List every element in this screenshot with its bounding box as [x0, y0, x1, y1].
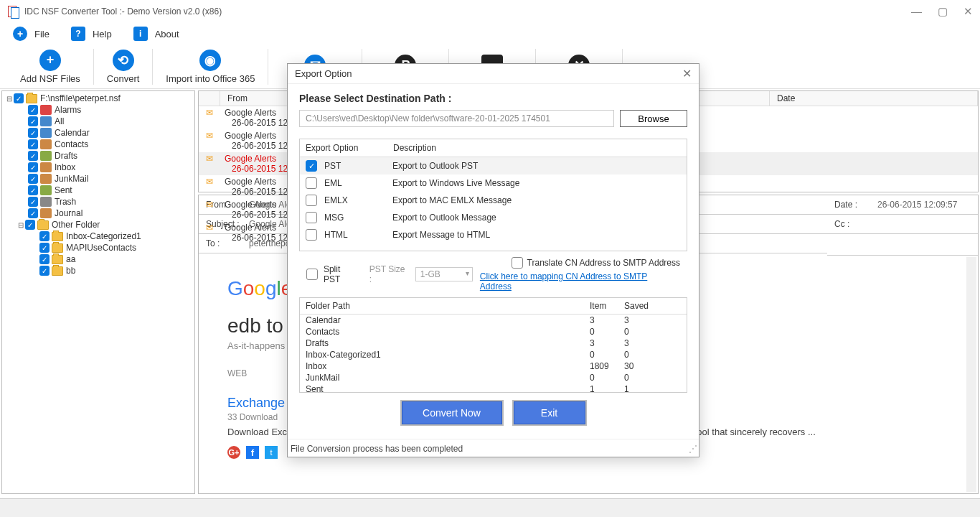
office-icon: ◉: [199, 50, 221, 71]
stats-row: Inbox-Categorized100: [300, 349, 687, 360]
envelope-icon: ✉: [199, 200, 220, 220]
checkbox-icon[interactable]: ✓: [28, 105, 38, 115]
export-option-row[interactable]: EMLExport to Windows Live Message: [300, 174, 687, 192]
browse-button[interactable]: Browse: [620, 110, 687, 127]
checkbox-icon[interactable]: ✓: [28, 185, 38, 195]
option-checkbox[interactable]: ✓: [306, 160, 317, 172]
split-pst-checkbox[interactable]: [306, 269, 318, 280]
checkbox-icon[interactable]: ✓: [25, 220, 35, 230]
plus-icon: +: [13, 27, 27, 41]
folder-icon: [37, 220, 49, 230]
tree-item[interactable]: ✓aa: [39, 253, 193, 265]
tree-item[interactable]: ✓Contacts: [28, 139, 193, 150]
checkbox-icon[interactable]: ✓: [28, 174, 38, 184]
checkbox-icon[interactable]: ✓: [28, 197, 38, 207]
export-dialog: Export Option ✕ Please Select Destinatio…: [287, 63, 699, 457]
pst-size-select[interactable]: 1-GB: [415, 267, 473, 281]
col-saved: Saved: [618, 298, 654, 314]
option-checkbox[interactable]: [306, 177, 317, 189]
twitter-icon[interactable]: t: [265, 446, 278, 459]
tree-item[interactable]: ✓Inbox: [28, 162, 193, 173]
msg-col-icon[interactable]: [199, 91, 220, 106]
envelope-icon: ✉: [199, 177, 220, 197]
tree-root[interactable]: ⊟✓F:\nsffile\peterpet.nsf: [5, 93, 193, 104]
envelope-icon: ✉: [199, 131, 220, 151]
result-desc: Download Exch: [227, 427, 292, 437]
checkbox-icon[interactable]: ✓: [28, 162, 38, 172]
tree-item[interactable]: ✓bb: [39, 265, 193, 276]
checkbox-icon[interactable]: ✓: [39, 231, 50, 241]
tree-item[interactable]: ✓JunkMail: [28, 173, 193, 185]
tree-item[interactable]: ✓Sent: [28, 185, 193, 196]
tree-item[interactable]: ✓Calendar: [28, 127, 193, 139]
option-checkbox[interactable]: [306, 229, 317, 241]
menu-file[interactable]: +File: [6, 23, 64, 45]
menu-help[interactable]: ?Help: [64, 23, 126, 45]
option-checkbox[interactable]: [306, 212, 317, 223]
stats-row: Contacts00: [300, 326, 687, 337]
stats-row: Sent11: [300, 383, 687, 392]
folder-type-icon: [40, 139, 52, 149]
pst-size-label: PST Size :: [369, 264, 410, 284]
folder-type-icon: [40, 174, 52, 184]
mapping-link[interactable]: Click here to mapping CN Address to SMTP…: [480, 271, 680, 292]
stats-table: Folder Path Item Saved Calendar33Contact…: [299, 297, 687, 393]
envelope-icon: ✉: [199, 108, 220, 128]
export-options-table: Export Option Description ✓PSTExport to …: [299, 139, 687, 251]
exit-button[interactable]: Exit: [514, 401, 585, 424]
tree-item[interactable]: ✓MAPIUseContacts: [39, 242, 193, 253]
minimize-button[interactable]: —: [911, 5, 922, 18]
tree-item[interactable]: ✓Inbox-Categorized1: [39, 230, 193, 242]
option-checkbox[interactable]: [306, 195, 317, 206]
col-folder-path: Folder Path: [300, 298, 584, 314]
resize-grip[interactable]: ⋰: [689, 444, 696, 454]
menu-about[interactable]: iAbout: [126, 23, 194, 45]
tree-item[interactable]: ✓Drafts: [28, 150, 193, 162]
export-option-row[interactable]: MSGExport to Outlook Message: [300, 209, 687, 226]
plus-circle-icon: +: [39, 50, 61, 71]
dialog-titlebar: Export Option ✕: [288, 64, 699, 84]
checkbox-icon[interactable]: ✓: [39, 254, 50, 264]
tree-item[interactable]: ✓Trash: [28, 196, 193, 208]
dialog-title: Export Option: [295, 68, 352, 79]
scrollbar[interactable]: [966, 257, 976, 492]
msg-col-date[interactable]: Date: [770, 91, 978, 106]
export-option-row[interactable]: ✓PSTExport to Outlook PST: [300, 157, 687, 174]
checkbox-icon[interactable]: ✓: [28, 128, 38, 138]
question-icon: ?: [71, 27, 85, 41]
statusbar: [0, 498, 980, 517]
checkbox-icon[interactable]: ✓: [28, 208, 38, 218]
result-desc-tail: ool that sincerely recovers ...: [697, 427, 815, 437]
import-office365-button[interactable]: ◉Import into Office 365: [153, 50, 268, 84]
tree-item[interactable]: ✓Journal: [28, 208, 193, 219]
convert-now-button[interactable]: Convert Now: [402, 401, 502, 424]
close-button[interactable]: ✕: [963, 5, 973, 18]
dest-path-input[interactable]: C:\Users\ved\Desktop\New folder\vsoftwar…: [299, 110, 614, 127]
col-description: Description: [387, 139, 442, 157]
facebook-icon[interactable]: f: [246, 446, 259, 459]
folder-tree-pane: ⊟✓F:\nsffile\peterpet.nsf ✓Alarms✓All✓Ca…: [1, 90, 195, 494]
folder-type-icon: [40, 151, 52, 161]
export-option-row[interactable]: EMLXExport to MAC EMLX Message: [300, 192, 687, 209]
maximize-button[interactable]: ▢: [938, 5, 948, 18]
tree-item[interactable]: ✓All: [28, 116, 193, 127]
checkbox-icon[interactable]: ✓: [28, 116, 38, 126]
checkbox-icon[interactable]: ✓: [28, 151, 38, 161]
stats-row: Calendar33: [300, 315, 687, 326]
convert-button[interactable]: ⟲Convert: [94, 50, 153, 84]
col-export-option: Export Option: [300, 139, 387, 157]
export-option-row[interactable]: HTMLExport Message to HTML: [300, 226, 687, 243]
add-nsf-button[interactable]: +Add NSF Files: [7, 50, 93, 84]
translate-cn-checkbox[interactable]: [512, 257, 523, 269]
dialog-close-button[interactable]: ✕: [682, 67, 692, 80]
checkbox-icon[interactable]: ✓: [28, 139, 38, 149]
tree-other-folder[interactable]: ⊟✓Other Folder: [17, 219, 193, 230]
checkbox-icon[interactable]: ✓: [39, 243, 50, 253]
checkbox-icon[interactable]: ✓: [14, 93, 24, 103]
gplus-icon[interactable]: G+: [227, 446, 240, 459]
refresh-icon: ⟲: [113, 50, 134, 71]
folder-type-icon: [40, 162, 52, 172]
tree-item[interactable]: ✓Alarms: [28, 104, 193, 116]
folder-icon: [52, 232, 63, 241]
checkbox-icon[interactable]: ✓: [39, 266, 50, 276]
